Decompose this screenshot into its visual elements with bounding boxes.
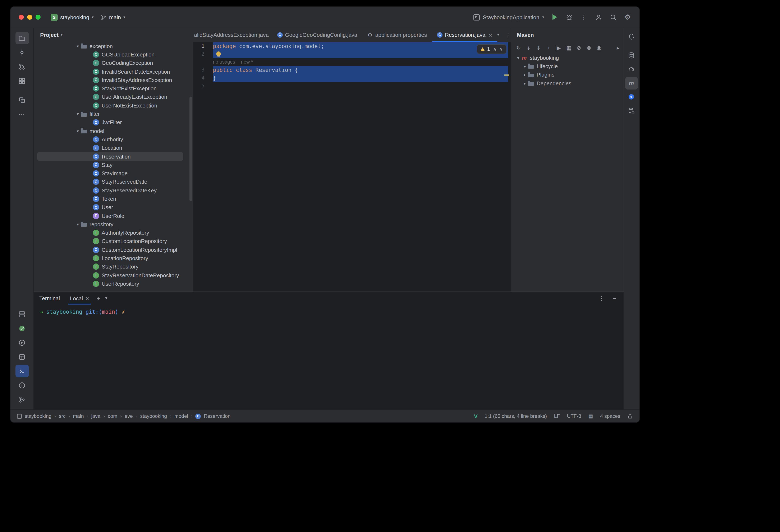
tool-button-problems[interactable] <box>15 379 29 391</box>
tree-chevron-icon[interactable] <box>75 222 81 227</box>
tree-item[interactable]: I StayReservationDateRepository <box>37 271 183 280</box>
tree-item[interactable]: C Token <box>37 195 183 203</box>
notifications-button[interactable] <box>625 30 638 43</box>
breadcrumb-item[interactable]: eve <box>125 413 133 419</box>
tree-item[interactable]: C GeoCodingException <box>37 59 183 67</box>
breadcrumb-item[interactable]: src <box>59 413 65 419</box>
project-panel-header[interactable]: Project ▾ <box>34 28 193 42</box>
maven-tree-item[interactable]: m staybooking <box>514 53 620 62</box>
tree-item[interactable]: C Stay <box>37 160 183 169</box>
tool-button-database[interactable] <box>625 49 638 62</box>
tool-button-maven[interactable]: m <box>625 77 638 89</box>
tool-button-version-control[interactable] <box>15 393 29 406</box>
tree-chevron-icon[interactable] <box>75 129 81 133</box>
maven-profiles-icon[interactable]: ◉ <box>595 45 602 51</box>
new-terminal-button[interactable]: + <box>97 295 100 302</box>
skip-tests-icon[interactable]: ⊗ <box>586 45 592 51</box>
status-widget-icon[interactable]: ▦ <box>588 413 593 419</box>
tool-button-plugin[interactable] <box>625 91 638 103</box>
tree-chevron-icon[interactable] <box>522 81 528 86</box>
minimize-window-button[interactable] <box>27 15 32 20</box>
code-with-me-button[interactable] <box>594 13 603 21</box>
more-tool-windows-button[interactable]: ⋯ <box>15 108 29 120</box>
fullscreen-window-button[interactable] <box>36 15 41 20</box>
dependency-analyzer-icon[interactable]: ▦ <box>566 45 572 51</box>
download-sources-icon[interactable]: ↧ <box>535 45 542 51</box>
editor-tab[interactable]: C Reservation.java × <box>432 28 497 42</box>
close-tab-icon[interactable]: × <box>489 32 492 38</box>
tool-button-services[interactable] <box>15 308 29 320</box>
tree-item[interactable]: C Location <box>37 144 183 152</box>
intention-bulb-icon[interactable] <box>216 51 221 56</box>
tree-chevron-icon[interactable] <box>75 112 81 116</box>
more-actions-button[interactable]: ⋮ <box>580 13 588 21</box>
prev-problem-button[interactable]: ∧ <box>493 45 496 53</box>
close-terminal-tab-icon[interactable]: × <box>86 295 89 301</box>
maven-tree-item[interactable]: Lifecycle <box>514 62 620 71</box>
maven-panel-header[interactable]: Maven <box>511 28 624 42</box>
tab-list-dropdown[interactable]: ▾ <box>497 33 499 37</box>
code-vision-hints[interactable]: no usages new * <box>193 58 511 66</box>
breadcrumb-item[interactable]: staybooking <box>25 413 51 419</box>
debug-button[interactable] <box>565 13 573 21</box>
editor-tab[interactable]: ⚙ application.properties × <box>362 28 432 42</box>
branch-selector[interactable]: main ▾ <box>97 12 129 22</box>
breadcrumb-item[interactable]: com <box>108 413 117 419</box>
close-window-button[interactable] <box>19 15 24 20</box>
tool-button-run[interactable] <box>15 336 29 349</box>
tree-chevron-icon[interactable] <box>522 64 528 68</box>
maven-tree-item[interactable]: Plugins <box>514 70 620 79</box>
reload-maven-icon[interactable]: ↻ <box>515 45 522 51</box>
run-maven-goal-icon[interactable]: ▶ <box>555 45 562 51</box>
breadcrumb-item[interactable]: main <box>73 413 84 419</box>
tree-chevron-icon[interactable] <box>75 44 81 48</box>
tree-item[interactable]: I StayRepository <box>37 262 183 271</box>
settings-button[interactable]: ⚙ <box>624 13 632 21</box>
tree-item[interactable]: C JwtFilter <box>37 118 183 127</box>
tab-options-button[interactable]: ⋮ <box>505 32 511 38</box>
author-hint[interactable]: new * <box>241 58 253 66</box>
tree-item[interactable]: C UserAlreadyExistException <box>37 93 183 101</box>
indent-widget[interactable]: 4 spaces <box>600 413 620 419</box>
tree-item[interactable]: C StayImage <box>37 169 183 178</box>
terminal-options-button[interactable]: ⋮ <box>598 295 604 301</box>
tree-item[interactable]: C GCSUploadException <box>37 50 183 59</box>
tree-item[interactable]: C Authority <box>37 135 183 144</box>
editor-tab[interactable]: C GoogleGeoCodingConfig.java × <box>272 28 362 42</box>
hide-terminal-button[interactable]: − <box>613 295 616 301</box>
tree-item[interactable]: filter <box>37 110 183 118</box>
ideavim-widget[interactable]: V <box>474 413 477 419</box>
terminal-shell-dropdown[interactable]: ▾ <box>105 296 107 300</box>
tree-item[interactable]: C Reservation <box>37 152 183 161</box>
toolbar-overflow-chevron[interactable]: ▸ <box>617 45 619 51</box>
tool-button-project[interactable] <box>15 32 29 44</box>
tool-button-spring[interactable] <box>15 322 29 335</box>
tree-item[interactable]: repository <box>37 220 183 229</box>
tool-button-gradle[interactable] <box>625 63 638 76</box>
next-problem-button[interactable]: ∨ <box>500 45 503 53</box>
tool-button-terminal[interactable] <box>15 365 29 377</box>
tree-item[interactable]: C StayReservedDateKey <box>37 186 183 195</box>
tree-item[interactable]: C UserNotExistException <box>37 101 183 110</box>
caret-position-widget[interactable]: 1:1 (65 chars, 4 line breaks) <box>485 413 547 419</box>
terminal-output[interactable]: → staybooking git:(main) ✗ <box>34 304 624 315</box>
error-stripe-mark[interactable] <box>504 75 509 76</box>
tree-item[interactable]: C StayReservedDate <box>37 178 183 186</box>
tool-button-database-tools[interactable] <box>625 104 638 117</box>
tree-item[interactable]: E UserRole <box>37 212 183 220</box>
tree-item[interactable]: I LocationRepository <box>37 254 183 263</box>
usages-hint[interactable]: no usages <box>213 58 235 66</box>
tree-item[interactable]: C InvalidStayAddressException <box>37 76 183 84</box>
tree-item[interactable]: C InvalidSearchDateException <box>37 67 183 76</box>
add-maven-project-icon[interactable]: + <box>545 45 552 51</box>
tree-item[interactable]: model <box>37 127 183 135</box>
tool-button-commit[interactable] <box>15 46 29 58</box>
terminal-tab-local[interactable]: Local × <box>66 292 92 304</box>
tree-item[interactable]: C User <box>37 203 183 212</box>
generate-sources-icon[interactable]: ⇣ <box>525 45 532 51</box>
maven-tree-item[interactable]: Dependencies <box>514 79 620 88</box>
project-selector[interactable]: S staybooking ▾ <box>47 12 97 22</box>
tool-button-structure[interactable] <box>15 75 29 87</box>
tool-button-windows[interactable] <box>15 94 29 106</box>
tool-button-build[interactable] <box>15 350 29 363</box>
